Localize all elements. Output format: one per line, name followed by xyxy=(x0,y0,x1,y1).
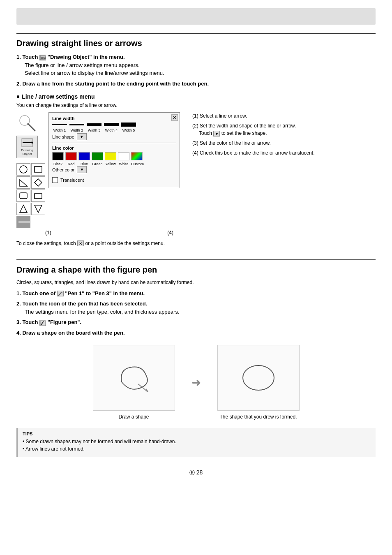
other-color-label: Other color xyxy=(52,167,74,172)
settings-panel-container: ✕ Line width Width 1 Width 2 Width 3 Wid… xyxy=(48,112,180,188)
draw-shape-box: Draw a shape xyxy=(93,345,175,420)
swatch-red[interactable] xyxy=(65,152,77,160)
shape-rect[interactable] xyxy=(31,163,45,176)
line-shape-icon-inline[interactable]: ▼ xyxy=(213,131,220,136)
svg-marker-14 xyxy=(20,205,27,213)
tips-title: TIPS xyxy=(23,431,371,436)
svg-rect-19 xyxy=(40,321,45,326)
step2-2-sub: The settings menu for the pen type, colo… xyxy=(25,308,376,316)
shapes-selector xyxy=(16,163,45,228)
width-label-2: Width 2 xyxy=(69,128,84,132)
tips-box: TIPS Some drawn shapes may not be formed… xyxy=(16,428,376,457)
svg-rect-13 xyxy=(35,194,42,199)
shape-rect-rounded[interactable] xyxy=(16,190,30,202)
shape-rect2[interactable] xyxy=(31,190,45,202)
width-label-3: Width 3 xyxy=(87,128,101,132)
shape-line-selected[interactable] xyxy=(16,216,30,228)
line-arrow-diagram: DrawingObject xyxy=(16,112,376,228)
color-swatches xyxy=(52,152,176,160)
swatch-label-green: Green xyxy=(92,162,103,166)
translucent-row: Translucent xyxy=(52,176,176,185)
svg-marker-11 xyxy=(35,179,42,186)
step2-3-bold: 3. Touch "Figure pen". xyxy=(16,319,81,325)
tips-item-1: Some drawn shapes may not be formed and … xyxy=(23,439,371,444)
swatch-label-blue: Blue xyxy=(78,162,90,166)
swatch-black[interactable] xyxy=(52,152,64,160)
step1-sub2: Select line or arrow to display the line… xyxy=(25,69,376,77)
other-color-dropdown[interactable]: ▼ xyxy=(77,166,87,173)
ann4: (4) Check this box to make the line or a… xyxy=(192,149,376,157)
swatch-label-yellow: Yellow xyxy=(105,162,116,166)
subsection-desc: You can change the settings of a line or… xyxy=(16,102,376,108)
step2-1-bold: 1. Touch one of "Pen 1" to "Pen 3" in th… xyxy=(16,290,145,296)
divider xyxy=(52,143,176,143)
line-width-1[interactable] xyxy=(52,124,67,125)
line-width-3[interactable] xyxy=(87,123,101,126)
line-width-4[interactable] xyxy=(104,123,119,126)
swatch-custom[interactable] xyxy=(131,152,143,160)
figure-pen-icon[interactable] xyxy=(39,320,46,326)
line-color-title: Line color xyxy=(52,146,176,150)
step2-3: 3. Touch "Figure pen". xyxy=(16,318,376,326)
shape-triangle-right[interactable] xyxy=(31,203,45,215)
draw-shape-label: Draw a shape xyxy=(118,414,149,420)
left-panel: DrawingObject xyxy=(16,112,45,228)
swatch-label-white: White xyxy=(118,162,129,166)
panel-close-button[interactable]: ✕ xyxy=(171,114,178,121)
close-x-icon[interactable]: ✕ xyxy=(77,240,84,246)
line-shape-row: Line shape ▼ xyxy=(52,133,176,140)
shape-triangle-up[interactable] xyxy=(16,203,30,215)
width-label-1: Width 1 xyxy=(52,128,67,132)
subsection-line-arrow-title: Line / arrow settings menu xyxy=(16,93,376,100)
tips-item-2: Arrow lines are not formed. xyxy=(23,446,371,452)
formed-shape-figure xyxy=(217,345,300,411)
svg-line-17 xyxy=(58,292,62,296)
line-width-5[interactable] xyxy=(121,123,136,127)
svg-marker-22 xyxy=(145,388,148,392)
arrow-right-icon: ➜ xyxy=(191,376,201,389)
translucent-checkbox[interactable] xyxy=(52,177,58,183)
shape-circle[interactable] xyxy=(16,163,30,176)
ann1: (1) Select a line or arrow. xyxy=(192,112,376,120)
width-label-5: Width 5 xyxy=(121,128,136,132)
swatch-labels-row: Black Red Blue Green Yellow White Custom xyxy=(52,162,176,166)
line-shape-label: Line shape xyxy=(52,134,74,139)
close-note: To close the settings, touch ✕ or a poin… xyxy=(16,240,376,247)
line-widths-row xyxy=(52,123,176,127)
other-color-row: Other color ▼ xyxy=(52,166,176,173)
swatch-label-black: Black xyxy=(52,162,64,166)
ann2b: Touch ▼ to set the line shape. xyxy=(192,130,267,136)
step2-2-bold: 2. Touch the icon of the pen that has be… xyxy=(16,301,147,307)
section2-title: Drawing a shape with the figure pen xyxy=(16,265,376,275)
page-num-value: 28 xyxy=(196,469,203,476)
shape-diamond[interactable] xyxy=(31,176,45,189)
section-figure-pen: Drawing a shape with the figure pen Circ… xyxy=(16,259,376,457)
section1-title: Drawing straight lines or arrows xyxy=(16,39,376,48)
formed-shape-label: The shape that you drew is formed. xyxy=(219,414,297,420)
line-width-2[interactable] xyxy=(69,124,84,125)
swatch-yellow[interactable] xyxy=(105,152,116,160)
width-label-4: Width 4 xyxy=(104,128,119,132)
swatch-green[interactable] xyxy=(92,152,103,160)
svg-marker-15 xyxy=(35,205,42,213)
drawing-object-tool[interactable]: DrawingObject xyxy=(16,136,38,158)
svg-rect-9 xyxy=(35,166,42,172)
settings-panel: ✕ Line width Width 1 Width 2 Width 3 Wid… xyxy=(48,112,180,188)
shape-right-triangle[interactable] xyxy=(16,176,30,189)
num-label-1: (1) xyxy=(45,230,78,236)
line-shape-dropdown[interactable]: ▼ xyxy=(77,133,87,140)
drawing-object-icon-inline[interactable]: DObj xyxy=(39,55,46,60)
step1: 1. Touch DObj "Drawing Object" in the me… xyxy=(16,53,376,77)
swatch-white[interactable] xyxy=(118,152,129,160)
section2-desc: Circles, squares, triangles, and lines d… xyxy=(16,280,376,285)
svg-point-8 xyxy=(20,166,27,173)
svg-marker-18 xyxy=(62,292,62,294)
step2: 2. Draw a line from the starting point t… xyxy=(16,80,376,88)
pen-icon-inline-1[interactable] xyxy=(57,291,64,296)
num-label-4: (4) xyxy=(78,230,177,236)
right-annotations: (1) Select a line or arrow. (2) Set the … xyxy=(184,112,376,157)
swatch-blue[interactable] xyxy=(78,152,90,160)
step1-label: 1. Touch DObj "Drawing Object" in the me… xyxy=(16,54,125,60)
ann2: (2) Set the width and shape of the line … xyxy=(192,123,296,129)
diagram-num-labels: (1) (4) xyxy=(45,230,376,236)
